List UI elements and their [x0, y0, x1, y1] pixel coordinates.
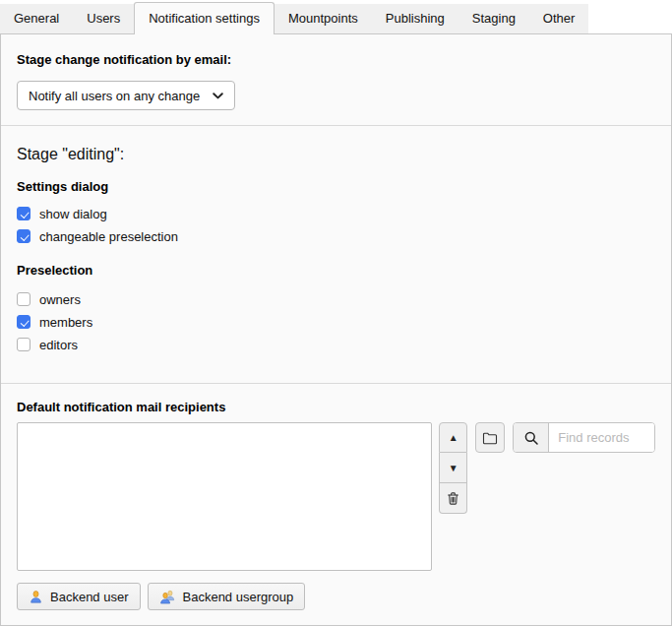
browse-records-button[interactable]	[475, 422, 505, 453]
trash-icon	[446, 491, 460, 506]
email-notification-section: Stage change notification by email: Noti…	[1, 34, 671, 126]
backend-user-icon	[29, 590, 43, 604]
chevron-down-icon	[213, 93, 223, 99]
tab-staging[interactable]: Staging	[458, 4, 529, 33]
stage-editing-section: Stage "editing": Settings dialog show di…	[1, 126, 671, 384]
move-down-button[interactable]: ▼	[439, 453, 467, 483]
show-dialog-label: show dialog	[39, 207, 107, 221]
recipients-section: Default notification mail recipients ▲ ▼	[1, 384, 671, 626]
tab-users[interactable]: Users	[73, 4, 134, 33]
checkbox-row-show-dialog: show dialog	[17, 207, 655, 220]
backend-usergroup-label: Backend usergroup	[183, 590, 294, 604]
stage-editing-title: Stage "editing":	[17, 146, 655, 163]
members-label: members	[39, 315, 92, 330]
email-notification-label: Stage change notification by email:	[17, 52, 655, 67]
tab-bar: General Users Notification settings Moun…	[0, 0, 672, 33]
arrow-down-icon: ▼	[449, 463, 458, 473]
folder-open-icon	[482, 431, 498, 445]
editors-checkbox[interactable]	[17, 338, 31, 351]
add-record-buttons: Backend user Backend usergroup	[17, 583, 655, 610]
backend-user-label: Backend user	[50, 590, 129, 604]
arrow-up-icon: ▲	[449, 432, 458, 443]
search-button[interactable]	[514, 423, 549, 452]
backend-usergroup-icon	[159, 590, 176, 604]
recipients-label: Default notification mail recipients	[17, 400, 655, 414]
tab-content-panel: Stage change notification by email: Noti…	[0, 33, 672, 626]
listbox-controls: ▲ ▼	[439, 422, 467, 514]
members-checkbox[interactable]	[17, 315, 31, 329]
tab-mountpoints[interactable]: Mountpoints	[275, 4, 372, 33]
recipients-listbox[interactable]	[17, 422, 432, 571]
editors-label: editors	[39, 338, 78, 352]
settings-dialog-label: Settings dialog	[17, 179, 655, 194]
changeable-preselection-checkbox[interactable]	[17, 229, 31, 243]
owners-checkbox[interactable]	[17, 292, 31, 306]
tab-other[interactable]: Other	[529, 4, 589, 33]
backend-user-button[interactable]: Backend user	[17, 583, 141, 610]
preselection-label: Preselection	[17, 263, 655, 278]
owners-label: owners	[39, 292, 81, 307]
find-records-group	[513, 422, 655, 453]
search-icon	[523, 430, 539, 446]
move-up-button[interactable]: ▲	[439, 422, 467, 453]
tab-notification-settings[interactable]: Notification settings	[134, 2, 275, 34]
show-dialog-checkbox[interactable]	[17, 207, 31, 220]
tab-publishing[interactable]: Publishing	[372, 4, 458, 33]
checkbox-row-editors: editors	[17, 338, 655, 351]
notification-mode-select[interactable]: Notify all users on any change	[17, 81, 235, 110]
delete-button[interactable]	[439, 483, 467, 514]
backend-usergroup-button[interactable]: Backend usergroup	[148, 583, 306, 610]
checkbox-row-changeable-preselection: changeable preselection	[17, 229, 655, 243]
tab-general[interactable]: General	[0, 4, 73, 33]
checkbox-row-owners: owners	[17, 292, 655, 306]
checkbox-row-members: members	[17, 315, 655, 329]
find-records-input[interactable]	[549, 423, 654, 452]
notification-mode-selected-value: Notify all users on any change	[29, 89, 200, 103]
changeable-preselection-label: changeable preselection	[39, 229, 178, 244]
